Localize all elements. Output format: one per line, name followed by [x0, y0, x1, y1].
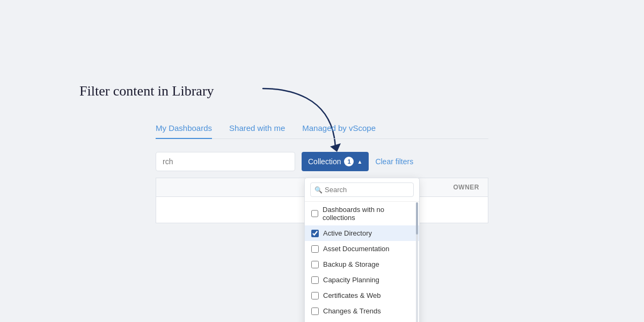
- scrollbar-thumb[interactable]: [416, 202, 418, 235]
- list-item[interactable]: Certificates & Web: [305, 288, 419, 303]
- checkbox-capacity-planning[interactable]: [311, 276, 319, 284]
- item-label: Dashboards with no collections: [323, 206, 413, 222]
- list-item[interactable]: Dashboards with no collections: [305, 202, 419, 225]
- item-label: Changes & Trends: [323, 307, 381, 315]
- checkbox-no-collections[interactable]: [311, 210, 318, 217]
- list-item[interactable]: Capacity Planning: [305, 272, 419, 288]
- collection-filter-button[interactable]: Collection 1 ▲: [302, 152, 369, 171]
- checkbox-active-directory[interactable]: [311, 230, 319, 237]
- list-item[interactable]: Asset Documentation: [305, 241, 419, 257]
- search-input[interactable]: [156, 152, 295, 171]
- item-label: Active Directory: [323, 229, 372, 237]
- dropdown-search-input[interactable]: [310, 182, 414, 197]
- tab-my-dashboards[interactable]: My Dashboards: [156, 123, 212, 139]
- item-label: Certificates & Web: [323, 291, 380, 299]
- list-item[interactable]: Backup & Storage: [305, 257, 419, 272]
- collection-badge: 1: [344, 157, 354, 166]
- item-label: Capacity Planning: [323, 276, 379, 284]
- scrollbar[interactable]: [416, 202, 418, 322]
- list-item[interactable]: Active Directory: [305, 225, 419, 241]
- list-item[interactable]: Cloud: [305, 319, 419, 322]
- checkbox-certificates-web[interactable]: [311, 292, 319, 299]
- table-col-owner: OWNER: [415, 184, 479, 191]
- search-icon: 🔍: [314, 186, 323, 194]
- filter-row: Collection 1 ▲ Clear filters: [156, 152, 488, 171]
- clear-filters-button[interactable]: Clear filters: [375, 157, 413, 166]
- collection-label: Collection: [308, 157, 341, 166]
- list-item[interactable]: Changes & Trends: [305, 303, 419, 319]
- tabs-container: My Dashboards Shared with me Managed by …: [156, 123, 488, 139]
- collection-dropdown: 🔍 Dashboards with no collections Active …: [304, 178, 420, 322]
- tab-shared-with-me[interactable]: Shared with me: [229, 123, 285, 139]
- annotation-label: Filter content in Library: [79, 83, 214, 99]
- checkbox-asset-documentation[interactable]: [311, 245, 319, 253]
- chevron-up-icon: ▲: [357, 159, 362, 165]
- item-label: Asset Documentation: [323, 245, 390, 253]
- checkbox-backup-storage[interactable]: [311, 261, 319, 268]
- checkbox-changes-trends[interactable]: [311, 308, 319, 315]
- item-label: Backup & Storage: [323, 260, 379, 268]
- dropdown-search-container: 🔍: [305, 178, 419, 202]
- tab-managed-by-vscope[interactable]: Managed by vScope: [302, 123, 376, 139]
